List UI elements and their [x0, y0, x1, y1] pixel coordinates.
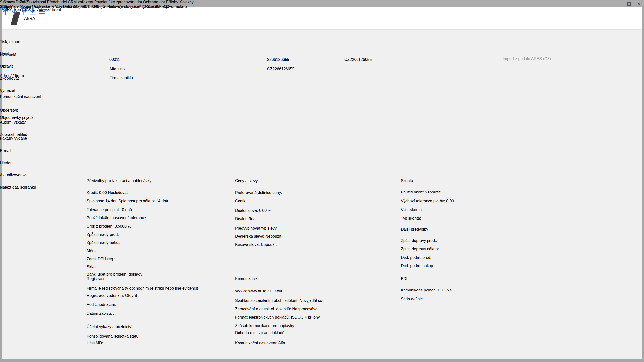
splatnost-nakup-input[interactable]: 14	[156, 199, 160, 203]
icd-field[interactable]: CZ2266126655	[344, 58, 401, 62]
vymazat-button[interactable]: Vymazat	[0, 88, 15, 93]
novy-button[interactable]: Nový	[0, 52, 9, 56]
podm-nakup-row: Dod. podm. nákup:	[401, 264, 566, 268]
predvyplnovat-row: Předvyplňovat typ slevy	[235, 226, 397, 232]
splatnost-label: Splatnost:	[86, 199, 104, 203]
arrow-to-top-icon[interactable]	[20, 12, 28, 16]
opravit-button[interactable]: Opravit	[0, 64, 13, 68]
zpracovani-dropdown[interactable]: Nezpracovávat	[292, 307, 319, 311]
maximize-button[interactable]	[625, 2, 632, 6]
vychozi-tolerance-input[interactable]: 0,00	[446, 199, 454, 203]
splatnost-input[interactable]: 14	[106, 199, 110, 203]
mena-label: Měna:	[86, 249, 98, 253]
kredit-mode-dropdown[interactable]: Nesledovat	[108, 190, 128, 195]
dealer-sleva-unit: %	[268, 208, 272, 212]
status-version: Verze: 26.2.0	[55, 4, 78, 9]
tab-x-vazby[interactable]: X-vazby	[179, 0, 194, 4]
komunikacni-nastaveni-row: Komunikační nastavení: Alfa	[235, 341, 397, 346]
urok-label: Úrok z prodlení	[86, 224, 114, 228]
sidebar-item-label: Komunikační nastavení	[0, 94, 41, 99]
nalezt-dat-schranku-button: Nalézt dat. schránku	[0, 185, 36, 190]
sidebar-item-objednavky-prijate[interactable]: Objednávky přijaté	[0, 115, 33, 120]
format-dokladu-dropdown[interactable]: ISDOC + přílohy	[291, 315, 320, 320]
edi-komunikace-dropdown[interactable]: Ne	[446, 288, 452, 292]
kredit-input[interactable]: 0,00	[99, 190, 107, 195]
tab-ochrana-dat[interactable]: Ochrana dat	[143, 0, 165, 4]
urok-input[interactable]: 0,5000	[114, 224, 127, 228]
urok-unit: %	[128, 224, 131, 228]
dealer-sleva-input[interactable]: 0,00	[259, 208, 267, 212]
tab-formulare[interactable]: Formuláře	[169, 4, 187, 9]
datum-zapisu-input[interactable]: . .	[113, 311, 116, 316]
vzor-skonta-label: Vzor skonta:	[401, 208, 423, 212]
status-date: 06.01.2026 (Tři králové)	[80, 4, 122, 9]
dopravy-nakup-row: Způs. dopravy nákup:	[401, 247, 566, 252]
tab-crm-zarazeni[interactable]: CRM zařazení	[68, 0, 93, 4]
tab-souvislosti[interactable]: Souvislosti	[27, 0, 46, 4]
souhlas-dropdown[interactable]: Nevyjádřil se	[300, 298, 322, 302]
pod-c-row: Pod č. jednacím:	[86, 302, 235, 307]
dealerska-sleva-dropdown[interactable]: Nepoužít	[266, 234, 281, 238]
typ-skonta-row: Typ skonta:	[401, 216, 566, 221]
tisk-export-button[interactable]: Tisk, export	[0, 40, 20, 44]
nazev-field[interactable]: Alfa s.r.o.	[109, 67, 249, 71]
kredit-label: Kredit:	[86, 190, 98, 195]
konsolidovana-row: Konsolidovaná jednotka státu	[86, 334, 235, 340]
bank-ucet-row: Bank. účet pro prodejní doklady:	[86, 272, 235, 277]
aktualizovat-kat-button[interactable]: Aktualizovat kat.	[0, 173, 29, 178]
firma-zanikla-label: Firma zanikla	[109, 76, 133, 80]
ares-import-button[interactable]: Import z portálu ARES (CZ)	[503, 57, 578, 61]
pouziti-skont-label: Použití skont	[401, 190, 424, 194]
vzor-skonta-row: Vzor skonta:	[401, 208, 566, 212]
otevrit-www-button[interactable]: Otevřít	[273, 289, 284, 293]
dic-field[interactable]: CZ2266126655	[267, 67, 309, 71]
main-tabbar: Seznam Detail Souvislosti Předchůdci CRM…	[0, 0, 194, 4]
section-komunikace: Komunikace	[235, 277, 397, 281]
menu-icon[interactable]	[38, 12, 46, 16]
section-ceny: Ceny a slevy	[235, 179, 397, 183]
zeme-dph-row: Země DPH reg.:	[86, 257, 235, 261]
sidebar-item-komunikacni-nastaveni[interactable]: Komunikační nastavení	[0, 94, 41, 99]
autom-vzkazy-button[interactable]: Autom. vzkazy	[0, 120, 26, 125]
kredit-row: Kredit: 0,00 Nesledovat	[86, 190, 235, 195]
format-dokladu-row: Formát elektronických dokladů: ISDOC + p…	[235, 315, 397, 320]
tab-predchudci[interactable]: Předchůdci	[47, 0, 66, 4]
arrow-down-icon[interactable]	[11, 12, 18, 16]
email-button[interactable]: E-mail	[0, 149, 11, 153]
lokalni-tolerance-row: Použít lokální nastavení tolerance	[86, 216, 235, 223]
souhlas-row: Souhlas se zasíláním obch. sdělení: Nevy…	[235, 298, 397, 303]
arrow-to-bottom-icon[interactable]	[29, 12, 36, 16]
otevrit-registr-button[interactable]: Otevřít	[125, 294, 137, 298]
splatnost-row: Splatnost: 14 dnů Splatnost pro nákup: 1…	[86, 199, 235, 204]
ucet-md-label: Účet MD:	[86, 341, 103, 345]
firma-zanikla-row: Firma zanikla	[109, 76, 184, 80]
www-input[interactable]: www.al_fa.cz	[248, 289, 272, 293]
zpus-uhrady-nakup-label: Způs.úhrady nákup:	[86, 240, 122, 245]
tab-seznam[interactable]: Seznam	[0, 0, 14, 4]
splatnost-nakup-unit: dnů	[161, 199, 168, 203]
close-icon: ×	[637, 2, 640, 6]
dealer-sleva-row: Dealer.sleva: 0,00 %	[235, 208, 397, 213]
ico-field[interactable]: 2266126655	[267, 58, 309, 62]
tab-povoleni[interactable]: Povolení ke zpracování dat	[94, 0, 142, 4]
minimize-button[interactable]	[615, 2, 622, 6]
pouziti-skont-dropdown[interactable]: Nepoužít	[424, 190, 440, 194]
pouziti-skont-row: Použití skont Nepoužít	[401, 190, 566, 194]
tolerance-unit: dnů	[126, 208, 132, 212]
tolerance-input[interactable]: 0	[122, 208, 124, 212]
zkopirovat-button[interactable]: Zkopírovat	[0, 76, 19, 81]
kusova-sleva-dropdown[interactable]: Nepoužít	[261, 242, 276, 247]
tab-prilohy[interactable]: Přílohy	[166, 0, 178, 4]
obcerstvit-button[interactable]: Občerstvit	[0, 108, 18, 112]
zobrazit-nahled-button[interactable]: Zobrazit náhled	[0, 132, 27, 137]
sada-definic-row: Sada definic:	[401, 297, 566, 302]
predvyplnovat-label: Předvyplňovat typ slevy	[235, 226, 276, 230]
vychozi-tolerance-row: Výchozí tolerance platby: 0,00	[401, 199, 566, 204]
zpusob-komunikace-row: Způsob komunikace pro poptávky:	[235, 324, 397, 328]
hledat-button[interactable]: Hledat	[0, 161, 12, 165]
kod-field[interactable]: 00011	[109, 58, 132, 62]
komunikacni-nastaveni-dropdown[interactable]: Alfa	[278, 341, 285, 345]
konsolidovana-label: Konsolidovaná jednotka státu	[86, 334, 138, 338]
tab-detail[interactable]: Detail	[16, 0, 26, 4]
close-button[interactable]: ×	[635, 2, 642, 6]
